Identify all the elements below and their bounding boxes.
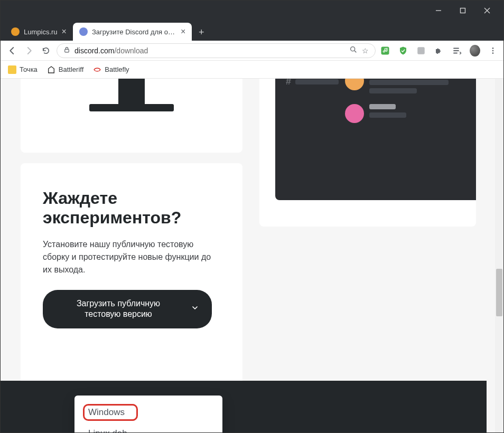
profile-avatar[interactable] [470, 45, 480, 56]
svg-rect-1 [461, 8, 465, 13]
browser-menu-icon[interactable] [488, 45, 498, 56]
avatar-icon [345, 104, 364, 123]
footer [1, 381, 487, 433]
channel-list-illustration: # # # # [286, 79, 339, 190]
svg-rect-8 [417, 47, 425, 54]
bookmark-battleriff[interactable]: Battleriff [47, 65, 83, 74]
bookmark-label: Battlefly [105, 65, 129, 73]
extension-icons [380, 45, 498, 56]
window-maximize-button[interactable] [451, 1, 475, 21]
bookmark-label: Battleriff [59, 65, 83, 73]
bookmark-star-icon[interactable]: ☆ [362, 46, 369, 55]
extension-generic-icon[interactable] [416, 45, 426, 56]
card-laptop-illustration: # # # # 📎 [259, 79, 476, 227]
dropdown-label: Linux deb [88, 428, 127, 433]
svg-rect-7 [381, 46, 389, 54]
window-titlebar [1, 1, 503, 21]
laptop-illustration: # # # # 📎 [275, 79, 476, 200]
bookmark-tochka[interactable]: Точка [8, 65, 38, 74]
extension-music-icon[interactable] [380, 45, 390, 56]
address-row: discord.com/download ☆ [1, 41, 503, 61]
close-tab-icon[interactable]: × [62, 27, 67, 36]
nav-reload-button[interactable] [40, 44, 52, 57]
nav-forward-button[interactable] [23, 44, 35, 57]
lock-icon [63, 46, 70, 55]
avatar-icon [345, 79, 364, 90]
window-close-button[interactable] [475, 1, 499, 21]
scrollbar-thumb[interactable] [496, 269, 502, 316]
address-bar[interactable]: discord.com/download ☆ [57, 43, 376, 58]
tab-discord-download[interactable]: Загрузите Discord для общения × [73, 23, 192, 41]
download-ptb-button[interactable]: Загрузить публичнуютестовую версию [43, 290, 212, 329]
bookmark-battlefly[interactable]: Battlefly [93, 65, 129, 74]
favicon-icon [11, 27, 20, 36]
chevron-down-icon [191, 304, 199, 314]
monitor-illustration [52, 79, 211, 116]
hash-icon: # [286, 79, 291, 87]
favicon-icon [79, 27, 88, 36]
page-content: # # # # 📎 [1, 79, 503, 433]
bookmarks-bar: Точка Battleriff Battlefly [1, 61, 503, 79]
page: # # # # 📎 [1, 79, 495, 433]
tab-strip: Lumpics.ru × Загрузите Discord для общен… [1, 21, 503, 41]
card-monitor-illustration [21, 79, 242, 153]
ptb-heading: Жаждете экспериментов? [43, 189, 220, 228]
reading-list-icon[interactable] [452, 45, 462, 56]
svg-point-11 [492, 52, 494, 54]
window-minimize-button[interactable] [426, 1, 451, 21]
svg-rect-4 [65, 49, 69, 52]
close-tab-icon[interactable]: × [181, 27, 185, 36]
svg-point-10 [492, 50, 494, 51]
svg-point-9 [492, 48, 494, 49]
ptb-description: Установите нашу публичную тестовую сборк… [43, 238, 220, 276]
bookmark-icon [93, 65, 101, 74]
svg-line-6 [354, 51, 356, 52]
extensions-puzzle-icon[interactable] [434, 45, 444, 56]
search-icon[interactable] [349, 45, 358, 55]
dropdown-item-windows[interactable]: Windows [74, 402, 222, 423]
bookmark-label: Точка [20, 65, 38, 73]
tab-lumpics[interactable]: Lumpics.ru × [5, 23, 73, 41]
url-text: discord.com/download [74, 46, 345, 55]
dropdown-item-linux-deb[interactable]: Linux deb [74, 423, 222, 433]
ptb-platform-dropdown: Windows Linux deb Linux tar.gz Mac [74, 396, 222, 433]
dropdown-label: Windows [88, 407, 125, 417]
bookmark-icon [8, 65, 16, 74]
messages-illustration: 📎 [345, 79, 476, 190]
vertical-scrollbar[interactable] [495, 79, 503, 433]
browser-window: Lumpics.ru × Загрузите Discord для общен… [0, 0, 504, 433]
new-tab-button[interactable]: + [194, 25, 209, 40]
extension-shield-icon[interactable] [398, 45, 408, 56]
tab-title: Загрузите Discord для общения [92, 28, 176, 36]
ptb-button-label: Загрузить публичнуютестовую версию [55, 298, 181, 321]
svg-point-5 [351, 47, 355, 51]
bookmark-icon [47, 65, 55, 74]
nav-back-button[interactable] [6, 44, 18, 57]
tab-title: Lumpics.ru [24, 28, 58, 36]
scroll-area[interactable]: # # # # 📎 [1, 79, 503, 433]
